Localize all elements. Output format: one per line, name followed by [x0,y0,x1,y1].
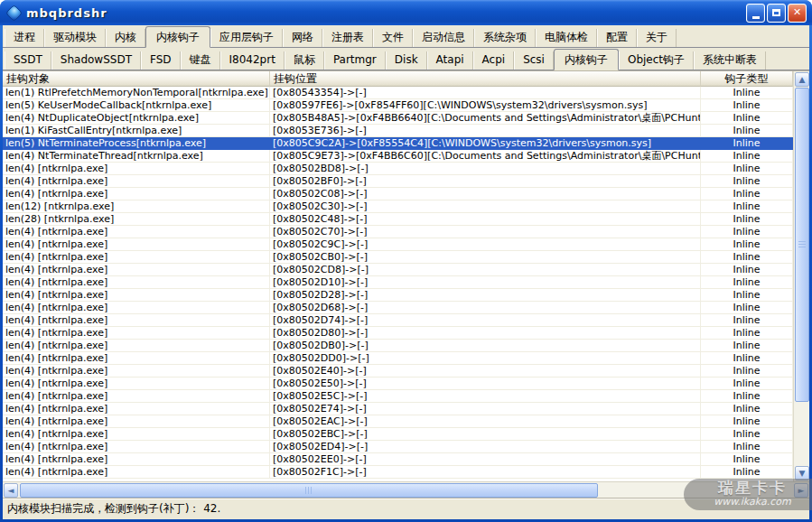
column-header-2[interactable]: 挂钩位置 [270,71,701,87]
column-header-1[interactable]: 挂钩对象 [3,71,270,87]
hook-object-cell: len(12) [ntkrnlpa.exe] [3,200,270,213]
table-row[interactable]: len(5) KeUserModeCallback[ntkrnlpa.exe][… [3,99,793,112]
maximize-button[interactable] [767,4,786,23]
close-button[interactable]: ✕ [788,4,807,23]
hook-object-cell: len(28) [ntkrnlpa.exe] [3,213,270,226]
sub-tab-3[interactable]: FSD [141,51,181,70]
hook-location-cell: [0x80502CD8]->[-] [270,264,701,276]
table-row[interactable]: len(4) [ntkrnlpa.exe][0x80502D74]->[-]In… [3,314,793,327]
table-row[interactable]: len(4) [ntkrnlpa.exe][0x80502E5C]->[-]In… [3,390,793,403]
table-row[interactable]: len(4) [ntkrnlpa.exe][0x80502E50]->[-]In… [3,378,793,390]
hook-object-cell: len(4) [ntkrnlpa.exe] [3,327,270,340]
hook-location-cell: [0x80502C08]->[-] [270,188,701,200]
hook-object-cell: len(4) [ntkrnlpa.exe] [3,289,270,302]
table-row[interactable]: len(5) NtTerminateProcess[ntkrnlpa.exe][… [3,137,793,150]
table-row[interactable]: len(1) KiFastCallEntry[ntkrnlpa.exe][0x8… [3,125,793,137]
table-row[interactable]: len(4) [ntkrnlpa.exe][0x80502F1C]->[-]In… [3,466,793,479]
hook-object-cell: len(4) [ntkrnlpa.exe] [3,175,270,188]
table-row[interactable]: len(4) [ntkrnlpa.exe][0x80502ED4]->[-]In… [3,441,793,453]
hook-type-cell: Inline [701,352,793,365]
table-row[interactable]: len(28) [ntkrnlpa.exe][0x80502C48]->[-]I… [3,213,793,226]
hook-location-cell: [0x80502BD8]->[-] [270,163,701,175]
main-tab-7[interactable]: 注册表 [322,29,373,47]
sub-tab-1[interactable]: SSDT [5,51,51,70]
table-row[interactable]: len(4) NtTerminateThread[ntkrnlpa.exe][0… [3,150,793,163]
sub-tab-14[interactable]: 系统中断表 [694,51,766,70]
hook-object-cell: len(4) [ntkrnlpa.exe] [3,238,270,251]
hook-location-cell: [0x80502D74]->[-] [270,314,701,327]
main-tab-2[interactable]: 驱动模块 [44,29,106,47]
scroll-up-button[interactable]: ▲ [795,72,809,87]
main-tab-6[interactable]: 网络 [283,29,322,47]
hook-type-cell: Inline [701,163,793,175]
table-row[interactable]: len(4) [ntkrnlpa.exe][0x80502BF0]->[-]In… [3,175,793,188]
hook-object-cell: len(4) [ntkrnlpa.exe] [3,466,270,479]
table-row[interactable]: len(4) [ntkrnlpa.exe][0x80502DD0]->[-]In… [3,352,793,365]
table-row[interactable]: len(4) [ntkrnlpa.exe][0x80502BD8]->[-]In… [3,163,793,175]
hook-type-cell: Inline [701,226,793,238]
main-tab-9[interactable]: 启动信息 [413,29,474,47]
table-row[interactable]: len(1) RtlPrefetchMemoryNonTemporal[ntkr… [3,87,793,99]
table-row[interactable]: len(4) [ntkrnlpa.exe][0x80502D80]->[-]In… [3,327,793,340]
hook-type-cell: Inline [701,87,793,99]
table-row[interactable]: len(4) [ntkrnlpa.exe][0x80502CD8]->[-]In… [3,264,793,276]
client-area: 进程驱动模块内核内核钩子应用层钩子网络注册表文件启动信息系统杂项电脑体检配置关于… [3,25,809,519]
vertical-scroll-thumb[interactable] [795,88,809,402]
table-row[interactable]: len(12) [ntkrnlpa.exe][0x80502C30]->[-]I… [3,200,793,213]
table-row[interactable]: len(4) [ntkrnlpa.exe][0x80502EE0]->[-]In… [3,453,793,466]
hook-location-cell: [0x80502C70]->[-] [270,226,701,238]
vertical-scrollbar[interactable]: ▲ ▼ [793,71,809,481]
sub-tab-7[interactable]: Partmgr [324,51,386,70]
main-tab-5[interactable]: 应用层钩子 [210,29,283,47]
table-row[interactable]: len(4) [ntkrnlpa.exe][0x80502C9C]->[-]In… [3,238,793,251]
table-row[interactable]: len(4) [ntkrnlpa.exe][0x80502C08]->[-]In… [3,188,793,200]
table-row[interactable]: len(4) [ntkrnlpa.exe][0x80502DB0]->[-]In… [3,340,793,352]
sub-tab-10[interactable]: Acpi [473,51,515,70]
table-row[interactable]: len(4) [ntkrnlpa.exe][0x80502D10]->[-]In… [3,276,793,289]
table-row[interactable]: len(4) [ntkrnlpa.exe][0x80502D68]->[-]In… [3,302,793,314]
hook-object-cell: len(4) [ntkrnlpa.exe] [3,390,270,403]
hook-object-cell: len(4) [ntkrnlpa.exe] [3,441,270,453]
sub-tab-6[interactable]: 鼠标 [285,51,324,70]
table-row[interactable]: len(4) [ntkrnlpa.exe][0x80502C70]->[-]In… [3,226,793,238]
column-header-3[interactable]: 钩子类型 [701,71,793,87]
main-tab-13[interactable]: 关于 [637,29,677,47]
watermark-url: www.ikaka.com [698,496,807,508]
sub-tab-13[interactable]: Object钩子 [619,51,694,70]
horizontal-scroll-thumb[interactable] [20,483,598,498]
hook-location-cell: [0x805C9E73]->[0xF4BB6C60][C:\Documents … [270,150,701,163]
sub-tab-4[interactable]: 键盘 [181,51,220,70]
hook-location-cell: [0x80502CB0]->[-] [270,251,701,264]
sub-tab-12[interactable]: 内核钩子 [554,49,619,70]
sub-tab-9[interactable]: Atapi [427,51,473,70]
sub-tab-8[interactable]: Disk [386,51,427,70]
sub-tab-5[interactable]: I8042prt [220,51,285,70]
main-tab-3[interactable]: 内核 [106,29,145,47]
table-row[interactable]: len(4) NtDuplicateObject[ntkrnlpa.exe][0… [3,112,793,125]
hook-object-cell: len(4) [ntkrnlpa.exe] [3,365,270,378]
app-icon [5,4,23,22]
hook-object-cell: len(4) [ntkrnlpa.exe] [3,340,270,352]
table-row[interactable]: len(4) [ntkrnlpa.exe][0x80502EBC]->[-]In… [3,428,793,441]
scroll-left-button[interactable]: ◄ [4,483,18,498]
thumb-grip-icon [305,487,313,494]
main-tab-11[interactable]: 电脑体检 [536,29,597,47]
table-row[interactable]: len(4) [ntkrnlpa.exe][0x80502EAC]->[-]In… [3,415,793,428]
table-row[interactable]: len(4) [ntkrnlpa.exe][0x80502E40]->[-]In… [3,365,793,378]
titlebar[interactable]: mbqbrdshr ✕ [0,0,812,25]
table-row[interactable]: len(4) [ntkrnlpa.exe][0x80502CB0]->[-]In… [3,251,793,264]
minimize-button[interactable] [746,4,765,23]
hook-type-cell: Inline [701,112,793,125]
down-arrow-icon: ▼ [799,469,806,478]
main-tab-1[interactable]: 进程 [5,29,44,47]
sub-tab-11[interactable]: Scsi [514,51,554,70]
table-row[interactable]: len(4) [ntkrnlpa.exe][0x80502E74]->[-]In… [3,403,793,415]
hook-object-cell: len(4) [ntkrnlpa.exe] [3,378,270,390]
table-row[interactable]: len(4) [ntkrnlpa.exe][0x80502D28]->[-]In… [3,289,793,302]
main-tab-12[interactable]: 配置 [597,29,637,47]
main-tab-4[interactable]: 内核钩子 [145,26,210,48]
main-tab-10[interactable]: 系统杂项 [474,29,536,47]
hook-location-cell: [0x80502D68]->[-] [270,302,701,314]
main-tab-8[interactable]: 文件 [373,29,413,47]
sub-tab-2[interactable]: ShadowSSDT [51,51,141,70]
